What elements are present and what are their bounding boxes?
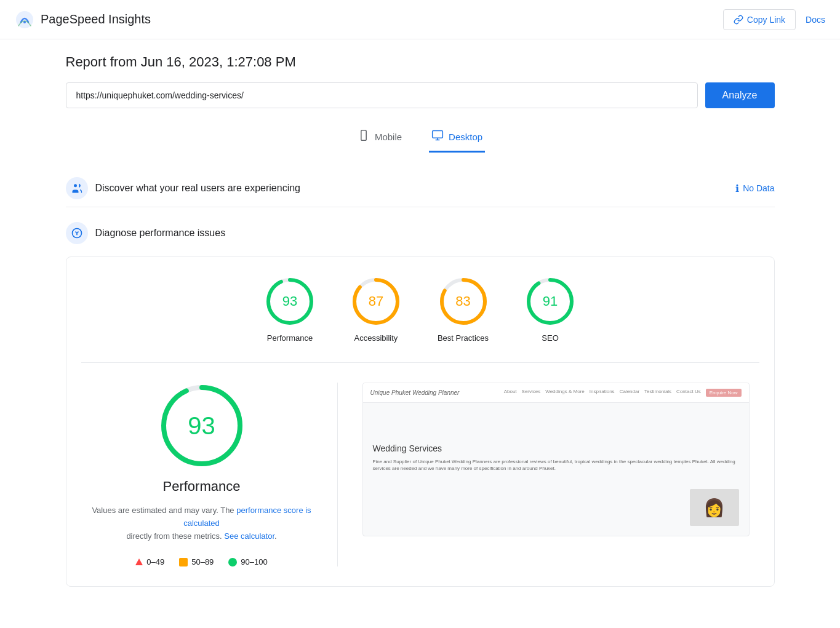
legend-square-icon	[179, 558, 188, 566]
info-icon: ℹ	[735, 183, 739, 194]
screenshot-mock: Unique Phuket Wedding Planner About Serv…	[362, 383, 750, 536]
big-score-value: 93	[188, 412, 215, 440]
legend-range-red: 0–49	[146, 557, 164, 566]
copy-link-label: Copy Link	[747, 15, 785, 25]
desktop-icon	[431, 129, 444, 145]
real-users-section: Discover what your real users are experi…	[66, 170, 775, 207]
tab-mobile[interactable]: Mobile	[355, 123, 404, 153]
url-bar: Analyze	[66, 82, 775, 108]
screenshot-cta-btn: Enquire Now	[706, 389, 742, 397]
score-label-accessibility: Accessibility	[354, 333, 398, 343]
diagnose-section: Diagnose performance issues 93 Performan…	[66, 222, 775, 587]
screenshot-nav: About Services Weddings & More Inspirati…	[504, 389, 742, 397]
tab-desktop[interactable]: Desktop	[429, 123, 485, 153]
diagnose-title: Diagnose performance issues	[95, 228, 226, 239]
mobile-icon	[358, 129, 370, 145]
score-value-accessibility: 87	[369, 293, 383, 309]
screenshot-nav-about: About	[504, 389, 517, 397]
no-data-label: No Data	[743, 183, 774, 193]
screenshot-nav-calendar: Calendar	[620, 389, 639, 397]
report-date: Report from Jun 16, 2023, 1:27:08 PM	[66, 54, 775, 70]
score-circle-best-practices: 83	[439, 277, 488, 326]
score-label-seo: SEO	[542, 333, 558, 343]
score-value-performance: 93	[282, 293, 297, 309]
score-item-best-practices[interactable]: 83 Best Practices	[438, 277, 489, 343]
screenshot-content: Wedding Services Fine and Supplier of Un…	[363, 403, 749, 482]
diagnose-icon	[66, 222, 88, 244]
screenshot-nav-testimonials: Testimonials	[644, 389, 671, 397]
svg-point-7	[74, 184, 77, 187]
pagespeed-logo-icon	[15, 10, 34, 30]
real-users-title: Discover what your real users are experi…	[95, 183, 300, 194]
screenshot-nav-contact: Contact Us	[676, 389, 701, 397]
scores-row: 93 Performance 87 Accessibility	[81, 277, 759, 363]
real-users-left: Discover what your real users are experi…	[66, 177, 300, 199]
screenshot-image-placeholder: 👩	[690, 489, 739, 526]
score-item-performance[interactable]: 93 Performance	[265, 277, 314, 343]
big-score-label: Performance	[163, 479, 241, 495]
score-value-best-practices: 83	[455, 293, 470, 309]
score-circle-accessibility: 87	[351, 277, 401, 326]
desc-text-2: directly from these metrics.	[126, 531, 222, 541]
bottom-section: 93 Performance Values are estimated and …	[81, 383, 759, 566]
big-score-description: Values are estimated and may vary. The p…	[91, 504, 313, 543]
desc-text-1: Values are estimated and may vary. The	[92, 506, 234, 515]
legend-range-green: 90–100	[241, 557, 267, 566]
big-score-circle: 93	[159, 383, 245, 469]
score-label-best-practices: Best Practices	[438, 333, 489, 343]
score-item-accessibility[interactable]: 87 Accessibility	[351, 277, 401, 343]
header: PageSpeed Insights Copy Link Docs	[0, 0, 840, 39]
screenshot-header-bar: Unique Phuket Wedding Planner About Serv…	[363, 383, 749, 403]
tab-mobile-label: Mobile	[375, 132, 402, 142]
header-actions: Copy Link Docs	[723, 9, 825, 30]
main-content: Report from Jun 16, 2023, 1:27:08 PM Ana…	[51, 39, 790, 614]
person-image-icon: 👩	[703, 498, 725, 518]
calculator-link[interactable]: See calculator	[224, 531, 274, 541]
vertical-divider	[337, 383, 338, 566]
svg-rect-2	[361, 130, 366, 141]
tab-desktop-label: Desktop	[449, 132, 482, 142]
legend-item-orange: 50–89	[179, 557, 214, 566]
legend-circle-icon	[228, 558, 237, 566]
score-circle-performance: 93	[265, 277, 314, 326]
analyze-button[interactable]: Analyze	[705, 82, 775, 108]
score-label-performance: Performance	[267, 333, 313, 343]
svg-rect-4	[433, 131, 443, 138]
diagnose-header: Diagnose performance issues	[66, 222, 775, 244]
score-value-seo: 91	[543, 293, 558, 309]
logo: PageSpeed Insights	[15, 10, 151, 30]
screenshot-page-desc: Fine and Supplier of Unique Phuket Weddi…	[373, 458, 739, 472]
scores-card: 93 Performance 87 Accessibility	[66, 256, 775, 587]
app-title: PageSpeed Insights	[41, 12, 151, 26]
legend: 0–49 50–89 90–100	[135, 557, 267, 566]
screenshot-area: Unique Phuket Wedding Planner About Serv…	[362, 383, 750, 566]
real-users-icon	[66, 177, 88, 199]
legend-range-orange: 50–89	[191, 557, 214, 566]
link-icon	[734, 15, 743, 25]
screenshot-page-title: Wedding Services	[373, 443, 739, 453]
screenshot-nav-weddings: Weddings & More	[545, 389, 584, 397]
copy-link-button[interactable]: Copy Link	[723, 9, 796, 30]
screenshot-site-logo: Unique Phuket Wedding Planner	[370, 389, 460, 396]
legend-item-green: 90–100	[228, 557, 267, 566]
docs-link[interactable]: Docs	[806, 15, 825, 25]
score-item-seo[interactable]: 91 SEO	[526, 277, 575, 343]
big-score-area: 93 Performance Values are estimated and …	[91, 383, 313, 566]
screenshot-nav-inspirations: Inspirations	[590, 389, 615, 397]
url-input[interactable]	[66, 82, 698, 108]
legend-triangle-icon	[135, 558, 143, 565]
real-users-right: ℹ No Data	[735, 183, 774, 194]
screenshot-nav-services: Services	[522, 389, 541, 397]
device-tabs: Mobile Desktop	[66, 123, 775, 153]
score-circle-seo: 91	[526, 277, 575, 326]
legend-item-red: 0–49	[135, 557, 164, 566]
